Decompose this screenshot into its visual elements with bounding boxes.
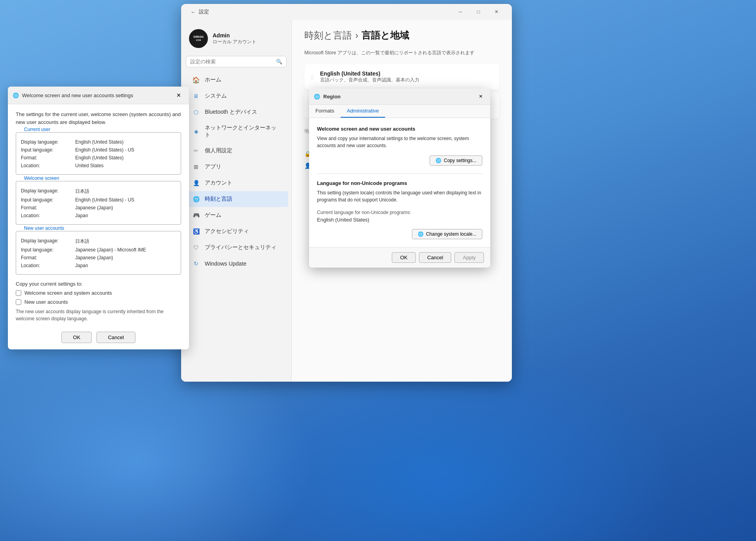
cancel-button[interactable]: Cancel xyxy=(96,332,135,343)
current-lang-label: Current language for non-Unicode program… xyxy=(317,210,482,215)
input-lang-label: Input language: xyxy=(21,147,72,153)
region-footer: OK Cancel Apply xyxy=(309,247,490,268)
change-locale-button[interactable]: 🌐 Change system locale... xyxy=(412,229,482,239)
location-label: Location: xyxy=(21,163,72,168)
ok-button[interactable]: OK xyxy=(61,332,92,343)
change-locale-label: Change system locale... xyxy=(426,231,476,237)
sidebar-item-home[interactable]: 🏠 ホーム xyxy=(184,72,288,88)
sidebar-item-accessibility-label: アクセシビリティ xyxy=(205,228,249,235)
current-user-content: Display language: English (United States… xyxy=(16,133,181,174)
sidebar-item-network[interactable]: ◈ ネットワークとインターネット xyxy=(184,120,288,142)
update-icon: ↻ xyxy=(192,260,200,268)
sidebar-item-apps[interactable]: ⊞ アプリ xyxy=(184,159,288,175)
region-dialog: 🌐 Region ✕ Formats Administrative Welcom… xyxy=(309,89,490,268)
accounts-icon: 👤 xyxy=(192,179,200,187)
nu-location: Japan xyxy=(75,263,88,268)
search-box[interactable]: 🔍 xyxy=(186,56,287,67)
sidebar-item-privacy[interactable]: 🛡 プライバシーとセキュリティ xyxy=(184,240,288,255)
sidebar-item-privacy-label: プライバシーとセキュリティ xyxy=(205,244,276,251)
sidebar-item-bluetooth[interactable]: ⬡ Bluetooth とデバイス xyxy=(184,104,288,120)
new-user-content: Display language: 日本語 Input language: Ja… xyxy=(16,231,181,274)
welcome-dialog-close[interactable]: ✕ xyxy=(173,90,184,101)
sidebar-item-system[interactable]: 🖥 システム xyxy=(184,88,288,104)
current-lang-value: English (United States) xyxy=(317,217,482,223)
search-input[interactable] xyxy=(190,59,276,65)
search-icon: 🔍 xyxy=(276,59,282,65)
window-controls: ─ □ ✕ xyxy=(451,6,506,18)
table-row: Location: Japan xyxy=(21,212,176,220)
settings-sidebar: GREGGICON Admin ローカル アカウント 🔍 🏠 ホーム 🖥 システ… xyxy=(181,20,291,382)
accessibility-icon: ♿ xyxy=(192,227,200,235)
bluetooth-icon: ⬡ xyxy=(192,108,200,116)
sidebar-item-accounts[interactable]: 👤 アカウント xyxy=(184,175,288,191)
minimize-button[interactable]: ─ xyxy=(451,6,469,18)
copy-settings-label: Copy settings... xyxy=(444,158,476,163)
breadcrumb: 時刻と言語 › 言語と地域 xyxy=(304,29,499,42)
avatar: GREGGICON xyxy=(189,29,208,48)
settings-title: 設定 xyxy=(199,8,209,15)
table-row: Format: Japanese (Japan) xyxy=(21,204,176,212)
copy-settings-icon: 🌐 xyxy=(435,158,441,163)
sidebar-item-home-label: ホーム xyxy=(205,76,221,83)
copy-settings-button[interactable]: 🌐 Copy settings... xyxy=(430,155,482,166)
dialog-intro: The settings for the current user, welco… xyxy=(16,111,181,126)
sidebar-item-time-label: 時刻と言語 xyxy=(205,196,232,203)
drag-handle: :: xyxy=(311,74,314,80)
unicode-section-title: Language for non-Unicode programs xyxy=(317,180,482,186)
welcome-dialog-buttons: OK Cancel xyxy=(16,329,181,343)
personal-icon: ✏ xyxy=(192,147,200,155)
settings-titlebar: ← 設定 ─ □ ✕ xyxy=(181,4,512,20)
new-user-legend: New user accounts xyxy=(22,225,66,231)
table-row: Input language: Japanese (Japan) - Micro… xyxy=(21,246,176,254)
back-button[interactable]: ← 設定 xyxy=(187,7,212,17)
tab-formats[interactable]: Formats xyxy=(309,105,341,118)
dialog-note: The new user accounts display language i… xyxy=(16,308,181,322)
sidebar-item-personal[interactable]: ✏ 個人用設定 xyxy=(184,143,288,159)
welcome-dialog: 🌐 Welcome screen and new user accounts s… xyxy=(8,87,189,349)
newuser-checkbox[interactable] xyxy=(16,299,21,305)
back-arrow: ← xyxy=(191,9,196,15)
network-icon: ◈ xyxy=(192,127,200,135)
sidebar-item-update[interactable]: ↻ Windows Update xyxy=(184,256,288,271)
nu-input-lang: Japanese (Japan) - Microsoft IME xyxy=(75,247,146,253)
welcome-screen-legend: Welcome screen xyxy=(22,175,61,181)
table-row: Format: Japanese (Japan) xyxy=(21,254,176,262)
format-label: Format: xyxy=(21,155,72,161)
system-icon: 🖥 xyxy=(192,92,200,100)
sidebar-item-update-label: Windows Update xyxy=(205,260,246,267)
welcome-screen-section: Welcome screen Display language: 日本語 Inp… xyxy=(16,181,181,225)
close-button[interactable]: ✕ xyxy=(487,6,506,18)
welcome-checkbox-label: Welcome screen and system accounts xyxy=(24,290,112,296)
tab-administrative[interactable]: Administrative xyxy=(341,105,385,118)
sidebar-item-time[interactable]: 🌐 時刻と言語 xyxy=(184,191,288,207)
checkbox-welcome: Welcome screen and system accounts xyxy=(16,290,181,296)
ws-display-lang: 日本語 xyxy=(75,188,89,195)
privacy-icon: 🛡 xyxy=(192,244,200,251)
maximize-button[interactable]: □ xyxy=(469,6,487,18)
user-profile[interactable]: GREGGICON Admin ローカル アカウント xyxy=(181,24,291,56)
copy-settings-area: 🌐 Copy settings... xyxy=(317,155,482,166)
welcome-dialog-titlebar: 🌐 Welcome screen and new user accounts s… xyxy=(8,87,189,104)
language-item-english[interactable]: :: English (United States) 言語パック、音声合成、音声… xyxy=(304,64,499,90)
region-apply-button[interactable]: Apply xyxy=(454,252,484,263)
region-dialog-close[interactable]: ✕ xyxy=(476,92,485,101)
nu-display-lang: 日本語 xyxy=(75,238,89,245)
region-title-text: Region xyxy=(323,94,341,100)
dialog-title: Welcome screen and new user accounts set… xyxy=(22,92,133,98)
titlebar-left: ← 設定 xyxy=(187,7,212,17)
welcome-checkbox[interactable] xyxy=(16,290,21,296)
breadcrumb-separator: › xyxy=(355,30,358,41)
sidebar-item-personal-label: 個人用設定 xyxy=(205,147,232,154)
table-row: Display language: 日本語 xyxy=(21,187,176,196)
section-divider xyxy=(317,174,482,174)
region-ok-button[interactable]: OK xyxy=(392,252,416,263)
user-name: Admin xyxy=(213,32,256,39)
table-row: Input language: English (United States) … xyxy=(21,146,176,154)
gaming-icon: 🎮 xyxy=(192,211,200,219)
format-value: English (United States) xyxy=(75,155,124,161)
region-cancel-button[interactable]: Cancel xyxy=(419,252,451,263)
dialog-globe-icon: 🌐 xyxy=(13,92,19,98)
sidebar-item-gaming[interactable]: 🎮 ゲーム xyxy=(184,207,288,223)
sidebar-item-accessibility[interactable]: ♿ アクセシビリティ xyxy=(184,223,288,239)
unicode-section-desc: This setting (system locale) controls th… xyxy=(317,189,482,203)
